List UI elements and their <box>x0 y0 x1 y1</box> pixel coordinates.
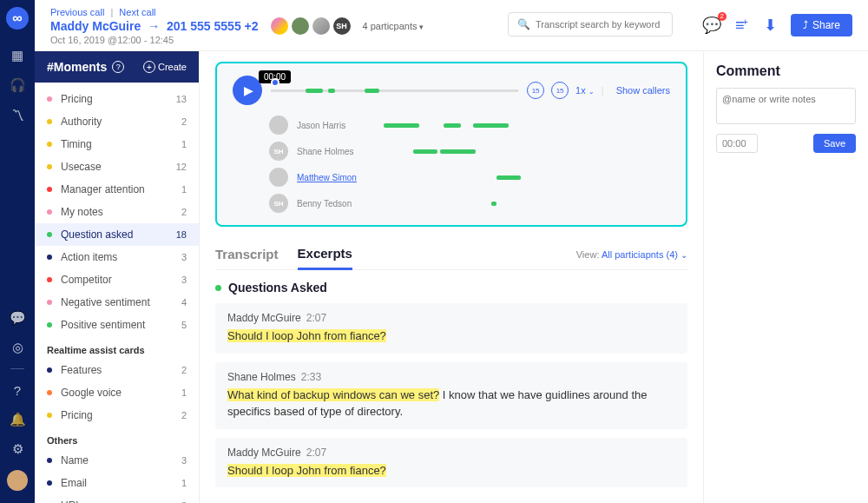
speaker-avatar[interactable]: SH <box>269 142 288 161</box>
comment-panel: Comment Save <box>703 51 868 503</box>
timeline[interactable] <box>271 82 518 99</box>
next-call-link[interactable]: Next call <box>119 7 155 17</box>
search-box[interactable]: 🔍 <box>508 12 673 36</box>
target-icon[interactable]: ◎ <box>9 339 26 356</box>
add-list-icon[interactable]: ≡+ <box>735 17 750 35</box>
moment-item[interactable]: Positive sentiment5 <box>35 314 199 336</box>
moment-label: Pricing <box>61 93 176 105</box>
speaker-track[interactable] <box>372 145 670 157</box>
moment-dot-icon <box>47 322 52 328</box>
playhead[interactable] <box>271 78 279 87</box>
skip-back-button[interactable]: 15 <box>527 82 544 99</box>
moment-count: 1 <box>181 184 187 195</box>
moment-count: 18 <box>176 229 187 240</box>
speaker-track[interactable] <box>372 197 670 209</box>
moment-count: 2 <box>181 116 187 127</box>
moment-item[interactable]: Google voice1 <box>35 381 199 404</box>
prev-call-link[interactable]: Previous call <box>50 7 104 17</box>
moment-item[interactable]: Email1 <box>35 472 199 494</box>
app-logo[interactable]: ∞ <box>6 7 29 30</box>
moment-item[interactable]: Pricing13 <box>35 88 199 110</box>
speed-toggle[interactable]: 1x ⌄ <box>575 85 595 96</box>
moment-label: Pricing <box>61 409 181 421</box>
speaker-avatar[interactable] <box>269 116 288 135</box>
chat-icon[interactable]: 💬 <box>9 309 26 327</box>
excerpt-card[interactable]: Maddy McGuire2:07Should I loop John from… <box>215 303 687 354</box>
moment-dot-icon <box>47 255 52 260</box>
tab-excerpts[interactable]: Excerpts <box>298 239 352 270</box>
excerpt-card[interactable]: Maddy McGuire2:07Should I loop John from… <box>215 438 687 488</box>
moment-item[interactable]: URL3 <box>35 494 199 503</box>
participant-avatar[interactable]: SH <box>332 16 352 36</box>
participant-avatar[interactable] <box>290 16 311 36</box>
moment-dot-icon <box>47 480 52 486</box>
moment-item[interactable]: Manager attention1 <box>35 178 199 201</box>
view-filter[interactable]: View: All particiapnts (4) ⌄ <box>576 249 687 260</box>
moment-dot-icon <box>47 187 52 192</box>
participant-avatar[interactable] <box>269 16 290 36</box>
moment-item[interactable]: Timing1 <box>35 133 199 156</box>
moment-label: Email <box>61 477 181 489</box>
moment-count: 13 <box>176 94 187 104</box>
moment-item[interactable]: Name3 <box>35 449 199 472</box>
speaker-track[interactable] <box>372 171 670 183</box>
moment-label: Name <box>61 454 181 467</box>
moment-count: 12 <box>176 162 187 172</box>
bell-icon[interactable]: 🔔 <box>9 411 26 428</box>
speaker-avatar[interactable]: SH <box>269 194 288 213</box>
moment-dot-icon <box>47 142 52 147</box>
comment-input[interactable] <box>716 88 856 124</box>
skip-forward-button[interactable]: 15 <box>551 82 569 99</box>
chevron-down-icon: ⌄ <box>589 88 595 96</box>
download-icon[interactable]: ⬇ <box>764 16 777 35</box>
moment-item[interactable]: Action items3 <box>35 246 199 268</box>
moment-item[interactable]: Negative sentiment4 <box>35 291 199 314</box>
moments-list: Pricing13Authority2Timing1Usecase12Manag… <box>35 83 199 503</box>
speaker-track[interactable] <box>372 119 670 131</box>
dashboard-icon[interactable]: ▦ <box>9 47 26 64</box>
call-number[interactable]: 201 555 5555 <box>167 19 241 33</box>
moment-label: Features <box>61 364 181 376</box>
participants-dropdown[interactable]: 4 particpants <box>363 21 424 31</box>
moment-item[interactable]: Features2 <box>35 359 199 381</box>
speaker-row: SHBenny Tedson <box>233 190 670 216</box>
moment-item[interactable]: Question asked18 <box>35 223 199 246</box>
speaker-name-link[interactable]: Matthew Simon <box>297 173 363 182</box>
moment-item[interactable]: My notes2 <box>35 201 199 223</box>
play-button[interactable]: ▶ <box>233 76 262 105</box>
trend-icon[interactable]: 〽 <box>9 106 26 123</box>
nav-rail: ∞ ▦ 🎧 〽 💬 ◎ ? 🔔 ⚙ <box>0 0 35 503</box>
center-panel: 00:00 ▶ 15 15 1x ⌄ | Show callers <box>200 51 703 503</box>
user-avatar[interactable] <box>7 470 28 491</box>
participant-avatar[interactable] <box>311 16 332 36</box>
save-button[interactable]: Save <box>813 134 856 153</box>
moment-dot-icon <box>47 458 52 463</box>
moment-label: Positive sentiment <box>61 319 181 331</box>
headset-icon[interactable]: 🎧 <box>9 76 26 94</box>
tab-transcript[interactable]: Transcript <box>215 240 279 268</box>
more-participants-count[interactable]: +2 <box>245 19 259 33</box>
help-badge-icon[interactable]: ? <box>112 61 124 73</box>
moment-item[interactable]: Authority2 <box>35 110 199 133</box>
caller-name-link[interactable]: Maddy McGuire <box>50 19 141 33</box>
moment-dot-icon <box>47 164 52 169</box>
search-icon: 🔍 <box>517 18 530 30</box>
moment-item[interactable]: Pricing2 <box>35 404 199 427</box>
show-callers-link[interactable]: Show callers <box>616 85 670 96</box>
moment-count: 2 <box>181 365 187 375</box>
notifications-icon[interactable]: 💬2 <box>702 16 721 35</box>
moment-label: Authority <box>61 116 181 128</box>
speaker-avatar[interactable] <box>269 168 288 187</box>
excerpt-card[interactable]: Shane Holmes2:33What kind of backup wind… <box>215 362 687 429</box>
moment-label: Negative sentiment <box>61 296 181 308</box>
help-icon[interactable]: ? <box>9 381 26 399</box>
moment-item[interactable]: Competitor3 <box>35 268 199 291</box>
search-input[interactable] <box>536 19 663 30</box>
gear-icon[interactable]: ⚙ <box>9 440 26 458</box>
moment-item[interactable]: Usecase12 <box>35 156 199 178</box>
moment-dot-icon <box>47 277 52 282</box>
create-moment-button[interactable]: +Create <box>143 61 187 73</box>
moment-count: 1 <box>181 387 187 398</box>
share-button[interactable]: ⤴Share <box>791 14 852 36</box>
timestamp-input[interactable] <box>716 134 758 153</box>
